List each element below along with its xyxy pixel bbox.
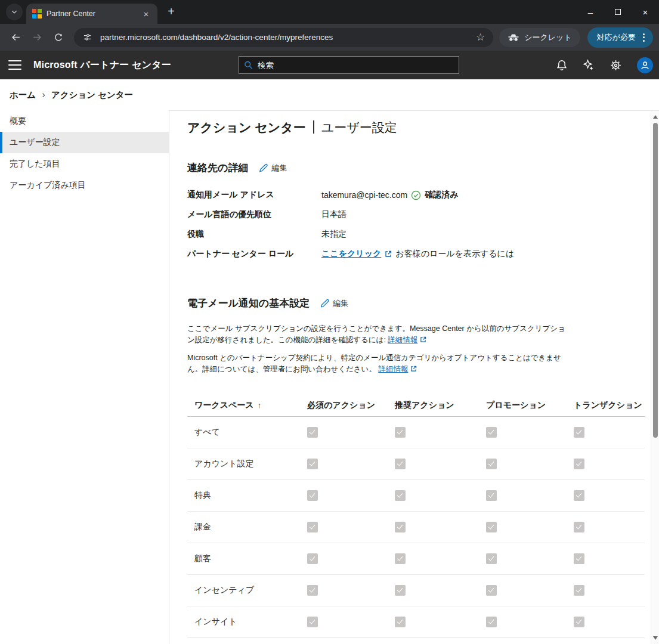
- learn-more-link-2[interactable]: 詳細情報: [378, 365, 408, 373]
- scrollbar-up-arrow[interactable]: [651, 112, 659, 122]
- bookmark-star-icon[interactable]: ☆: [474, 31, 487, 44]
- search-input[interactable]: [258, 61, 454, 70]
- subscription-checkbox[interactable]: [395, 522, 406, 532]
- checkbox-cell: [391, 585, 482, 596]
- hamburger-menu-icon[interactable]: [8, 60, 21, 70]
- checkbox-cell: [304, 490, 391, 501]
- checkbox-cell: [304, 459, 391, 469]
- table-row: すべて: [187, 417, 645, 448]
- column-header-label: 推奨アクション: [395, 400, 454, 411]
- email-prefs-edit-button[interactable]: 編集: [320, 298, 348, 309]
- header-icon-group: [556, 57, 653, 73]
- subscription-checkbox[interactable]: [307, 585, 318, 596]
- column-header-sortable[interactable]: ワークスペース↑: [187, 400, 304, 411]
- browser-tab[interactable]: Partner Center ×: [26, 4, 157, 24]
- subscription-checkbox[interactable]: [486, 490, 497, 501]
- sidebar-item[interactable]: ユーザー設定: [0, 132, 169, 153]
- subscription-checkbox[interactable]: [486, 585, 497, 596]
- breadcrumb: ホーム › アクション センター: [0, 79, 659, 110]
- roles-link[interactable]: ここをクリック: [321, 249, 381, 259]
- subscription-checkbox[interactable]: [486, 459, 497, 469]
- subscription-checkbox[interactable]: [486, 617, 497, 627]
- scrollbar-thumb[interactable]: [653, 123, 658, 438]
- sidebar-item[interactable]: 完了した項目: [0, 153, 169, 175]
- subscription-checkbox[interactable]: [574, 553, 584, 564]
- subscription-checkbox[interactable]: [395, 427, 406, 438]
- profile-action-button[interactable]: 対応が必要: [587, 27, 653, 48]
- address-bar[interactable]: partner.microsoft.com/dashboard/v2/actio…: [74, 28, 493, 47]
- forward-button[interactable]: [27, 28, 47, 47]
- back-button[interactable]: [6, 28, 25, 47]
- external-link-icon: [385, 250, 392, 258]
- subscription-checkbox[interactable]: [574, 490, 584, 501]
- subscription-checkbox[interactable]: [574, 522, 584, 532]
- contact-edit-button[interactable]: 編集: [259, 163, 287, 174]
- table-header-row: ワークスペース↑必須のアクション推奨アクションプロモーショントランザクション: [187, 394, 645, 417]
- sidebar-item[interactable]: アーカイブ済み項目: [0, 175, 169, 196]
- subscription-checkbox[interactable]: [307, 522, 318, 532]
- subscription-checkbox[interactable]: [574, 427, 584, 438]
- subscription-checkbox[interactable]: [395, 490, 406, 501]
- email-prefs-heading: 電子メール通知の基本設定: [187, 296, 310, 310]
- app-title: Microsoft パートナー センター: [33, 59, 171, 72]
- subscription-checkbox[interactable]: [395, 553, 406, 564]
- subscription-checkbox[interactable]: [574, 617, 584, 627]
- checkbox-cell: [570, 427, 645, 438]
- browser-menu-icon[interactable]: [642, 32, 646, 43]
- subscription-checkbox[interactable]: [486, 427, 497, 438]
- window-maximize-button[interactable]: [604, 0, 632, 24]
- reload-button[interactable]: [49, 28, 68, 47]
- field-value: 日本語: [321, 209, 635, 220]
- subscription-checkbox[interactable]: [395, 459, 406, 469]
- site-settings-icon[interactable]: [80, 30, 94, 45]
- subscription-checkbox[interactable]: [307, 459, 318, 469]
- column-header-label: ワークスペース: [194, 400, 254, 411]
- subscription-checkbox[interactable]: [574, 459, 584, 469]
- external-link-icon: [410, 366, 417, 372]
- table-row: 課金: [187, 512, 645, 543]
- url-text[interactable]: partner.microsoft.com/dashboard/v2/actio…: [100, 33, 468, 42]
- subscription-checkbox[interactable]: [307, 490, 318, 501]
- field-label: 通知用メール アドレス: [187, 190, 321, 200]
- subscription-checkbox[interactable]: [395, 617, 406, 627]
- content-scrollbar[interactable]: [651, 111, 659, 644]
- sidebar-item[interactable]: 概要: [0, 110, 169, 132]
- checkbox-cell: [391, 553, 482, 564]
- learn-more-link-1[interactable]: 詳細情報: [388, 336, 417, 344]
- breadcrumb-home[interactable]: ホーム: [10, 89, 36, 101]
- window-close-button[interactable]: ×: [632, 0, 659, 24]
- sidebar-item-label: アーカイブ済み項目: [10, 180, 86, 191]
- subscription-checkbox[interactable]: [574, 585, 584, 596]
- user-avatar[interactable]: [637, 57, 653, 73]
- pencil-icon: [259, 163, 268, 172]
- notifications-bell-icon[interactable]: [556, 60, 567, 71]
- tab-search-button[interactable]: [6, 4, 23, 20]
- checkbox-cell: [304, 553, 391, 564]
- subscription-checkbox[interactable]: [307, 553, 318, 564]
- checkbox-cell: [391, 617, 482, 627]
- subscription-checkbox[interactable]: [307, 617, 318, 627]
- email-prefs-section-heading: 電子メール通知の基本設定 編集: [187, 296, 635, 310]
- field-value-text: 未指定: [321, 229, 346, 240]
- scrollbar-down-arrow[interactable]: [651, 633, 659, 643]
- microsoft-favicon-icon: [32, 9, 42, 18]
- column-header-label: トランザクション: [574, 400, 642, 411]
- new-tab-button[interactable]: +: [163, 4, 179, 19]
- verified-check-icon: [411, 190, 421, 200]
- contact-heading: 連絡先の詳細: [187, 161, 248, 175]
- tab-close-icon[interactable]: ×: [141, 8, 151, 19]
- workspace-name: すべて: [187, 427, 304, 438]
- copilot-sparkle-icon[interactable]: [583, 59, 595, 71]
- window-minimize-button[interactable]: –: [577, 0, 604, 24]
- settings-gear-icon[interactable]: [610, 60, 621, 71]
- checkbox-cell: [482, 553, 570, 564]
- subscription-checkbox[interactable]: [486, 522, 497, 532]
- external-link-icon: [420, 336, 426, 343]
- subscription-checkbox[interactable]: [486, 553, 497, 564]
- subscription-checkbox[interactable]: [307, 427, 318, 438]
- search-box[interactable]: [239, 56, 459, 74]
- sort-ascending-icon: ↑: [258, 401, 262, 410]
- table-row: アカウント設定: [187, 448, 645, 480]
- contact-edit-label: 編集: [271, 163, 287, 174]
- subscription-checkbox[interactable]: [395, 585, 406, 596]
